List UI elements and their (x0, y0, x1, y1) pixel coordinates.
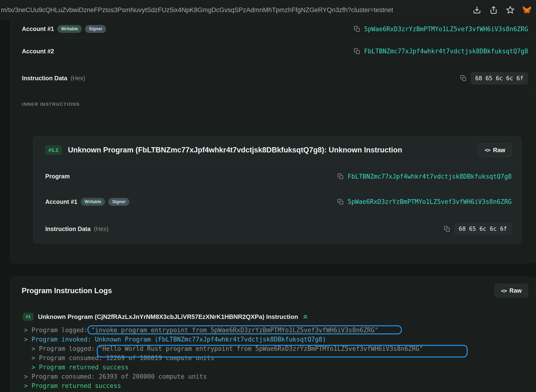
copy-icon[interactable] (354, 48, 360, 55)
label-suffix: (Hex) (71, 75, 85, 82)
log-line-success: > Program returned success (24, 363, 536, 372)
writable-badge: Writable (57, 25, 82, 33)
inner-instructions-section: INNER INSTRUCTIONS (10, 92, 536, 116)
instruction-data-value: 68 65 6c 6c 6f (460, 72, 528, 85)
raw-button-label: Raw (510, 287, 522, 294)
log-instruction-heading: #1 Unknown Program (CjN2fRAzLxJnYrNM8X3c… (10, 305, 536, 321)
inner-instruction-data-label: Instruction Data (Hex) (45, 226, 108, 232)
instruction-data-row: Instruction Data (Hex) 68 65 6c 6c 6f (10, 65, 536, 92)
log-line-success: > Program returned success (24, 381, 536, 391)
copy-icon[interactable] (337, 173, 344, 180)
hex-data-value: 68 65 6c 6c 6f (470, 72, 528, 85)
page: m/tx/3neCUu9cQHLuZvbwiDzneFPztos3PsmNuvy… (0, 0, 536, 392)
star-icon[interactable] (506, 5, 515, 15)
account-address-link[interactable]: 5pWae6RxD3zrYzBmPTMYo1LZ5vef3vfWH6iV3s8n… (348, 198, 512, 205)
browser-actions (472, 5, 536, 15)
account-row-2: Account #2 FbLTBNZmc77xJpf4whkr4t7vdctjs… (10, 38, 536, 65)
browser-topbar: m/tx/3neCUu9cQHLuZvbwiDzneFPztos3PsmNuvy… (0, 0, 536, 20)
inner-instruction-data-value: 68 65 6c 6c 6f (444, 223, 512, 235)
copy-icon[interactable] (354, 26, 360, 32)
signer-badge: Signer (85, 25, 106, 33)
instruction-index-badge: #1.1 (45, 145, 62, 155)
account-row-2-value: FbLTBNZmc77xJpf4whkr4t7vdctjsk8DBkfuksqt… (354, 48, 528, 55)
copy-icon[interactable] (444, 226, 450, 232)
log-line-logged: > Program logged: "invoke program entryp… (24, 326, 536, 335)
copy-icon[interactable] (460, 75, 467, 81)
signer-badge: Signer (108, 198, 129, 206)
program-row: Program FbLTBNZmc77xJpf4whkr4t7vdctjsk8D… (33, 164, 521, 189)
inner-instruction-data-row: Instruction Data (Hex) 68 65 6c 6c 6f (33, 214, 521, 243)
inner-account-label: Account #1 Writable Signer (45, 198, 129, 206)
inner-instruction-header: #1.1 Unknown Program (FbLTBNZmc77xJpf4wh… (33, 137, 521, 164)
raw-button-label: Raw (493, 147, 505, 154)
instruction-card: Account #1 Writable Signer 5pWae6RxD3zrY… (10, 20, 536, 263)
program-address-link[interactable]: FbLTBNZmc77xJpf4whkr4t7vdctjsk8DBkfuksqt… (348, 173, 512, 180)
writable-badge: Writable (81, 198, 105, 206)
program-label: Program (45, 173, 70, 180)
metamask-icon[interactable] (522, 5, 532, 15)
account-row-1: Account #1 Writable Signer 5pWae6RxD3zrY… (10, 20, 536, 38)
inner-instruction-title: Unknown Program (FbLTBNZmc77xJpf4whkr4t7… (68, 146, 472, 154)
log-line-logged: > Program logged: "Hello World Rust prog… (24, 344, 536, 353)
account-label: Account #1 (22, 25, 54, 32)
instruction-data-label: Instruction Data (Hex) (22, 75, 85, 82)
inner-instructions-body: #1.1 Unknown Program (FbLTBNZmc77xJpf4wh… (10, 116, 536, 263)
logs-header: Program Instruction Logs <> Raw (10, 277, 536, 305)
program-logs-card: Program Instruction Logs <> Raw #1 Unkno… (10, 277, 536, 392)
inner-account-value: 5pWae6RxD3zrYzBmPTMYo1LZ5vef3vfWH6iV3s8n… (337, 198, 512, 205)
log-line-invoked[interactable]: > Program invoked: Unknown Program (FbLT… (24, 335, 536, 344)
log-instruction-title: Unknown Program (CjN2fRAzLxJnYrNM8X3cbJL… (38, 313, 298, 321)
account-row-2-label: Account #2 (22, 48, 54, 55)
log-line-consumed: > Program consumed: 12269 of 186019 comp… (24, 353, 536, 363)
inner-account-row: Account #1 Writable Signer 5pWae6RxD3zrY… (33, 189, 521, 214)
account-row-1-label: Account #1 Writable Signer (22, 25, 106, 33)
logs-title: Program Instruction Logs (22, 286, 112, 295)
code-icon: <> (485, 147, 490, 153)
program-value: FbLTBNZmc77xJpf4whkr4t7vdctjsk8DBkfuksqt… (337, 173, 512, 180)
share-icon[interactable] (489, 5, 498, 15)
download-icon[interactable] (472, 5, 482, 15)
inner-instructions-title: INNER INSTRUCTIONS (22, 102, 80, 107)
log-line-consumed: > Program consumed: 26393 of 200000 comp… (24, 372, 536, 381)
copy-icon[interactable] (337, 199, 344, 205)
raw-button[interactable]: <> Raw (478, 143, 512, 157)
hex-data-value: 68 65 6c 6c 6f (454, 223, 512, 235)
account-address-link[interactable]: 5pWae6RxD3zrYzBmPTMYo1LZ5vef3vfWH6iV3s8n… (364, 25, 528, 33)
address-bar[interactable]: m/tx/3neCUu9cQHLuZvbwiDzneFPztos3PsmNuvy… (0, 6, 472, 14)
label-text: Instruction Data (22, 75, 67, 82)
account-label: Account #2 (22, 48, 54, 55)
account-address-link[interactable]: FbLTBNZmc77xJpf4whkr4t7vdctjsk8DBkfuksqt… (364, 48, 528, 55)
inner-instruction-card: #1.1 Unknown Program (FbLTBNZmc77xJpf4wh… (33, 136, 521, 243)
account-row-1-value: 5pWae6RxD3zrYzBmPTMYo1LZ5vef3vfWH6iV3s8n… (354, 25, 528, 33)
label-suffix: (Hex) (94, 226, 108, 232)
code-icon: <> (501, 288, 507, 294)
raw-button[interactable]: <> Raw (495, 284, 528, 297)
label-text: Instruction Data (45, 226, 91, 232)
program-log-lines: > Program logged: "invoke program entryp… (10, 321, 536, 391)
account-label: Account #1 (45, 198, 77, 205)
instruction-index-badge: #1 (23, 313, 34, 321)
collapse-chevron-icon[interactable] (302, 314, 308, 320)
